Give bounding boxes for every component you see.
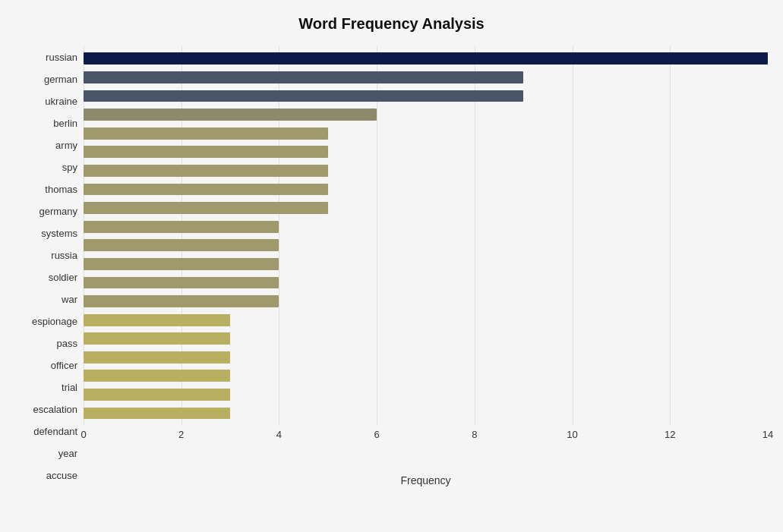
x-axis-label: Frequency [84, 474, 768, 486]
x-tick: 0 [81, 429, 86, 440]
y-label: ukraine [45, 96, 77, 106]
bar-row [84, 404, 768, 423]
y-label: army [55, 140, 77, 150]
bar-row [84, 199, 768, 218]
bar [84, 389, 230, 401]
x-tick: 14 [762, 429, 773, 440]
chart-area: russiangermanukraineberlinarmyspythomasg… [15, 46, 768, 486]
y-label: soldier [49, 272, 77, 282]
y-label: russian [46, 52, 77, 62]
y-label: german [44, 74, 77, 84]
bar [84, 90, 523, 102]
y-label: war [62, 294, 77, 304]
bar-row [84, 367, 768, 386]
bar-row [84, 105, 768, 124]
bar [84, 146, 328, 158]
x-tick: 10 [567, 429, 577, 440]
bar [84, 332, 230, 345]
bar-row [84, 143, 768, 162]
bar-row [84, 292, 768, 311]
y-label: systems [41, 228, 77, 238]
bar [84, 71, 523, 83]
y-label: espionage [32, 316, 77, 326]
x-axis-container: 02468101214 [84, 426, 768, 453]
bar [84, 408, 230, 420]
chart-title: Word Frequency Analysis [15, 15, 768, 33]
y-label: germany [39, 206, 77, 216]
bar [84, 52, 768, 65]
bar-row [84, 217, 768, 236]
bar-row [84, 68, 768, 87]
y-label: thomas [45, 184, 77, 194]
bar-row [84, 162, 768, 181]
bars-list [84, 46, 768, 426]
bar-row [84, 49, 768, 68]
y-label: trial [62, 382, 77, 392]
bar [84, 127, 328, 140]
bar [84, 239, 279, 251]
bar-row [84, 255, 768, 274]
y-label: spy [62, 162, 77, 172]
bar-row [84, 180, 768, 199]
bar [84, 109, 377, 121]
bar-row [84, 329, 768, 348]
bar [84, 370, 230, 382]
bar [84, 295, 279, 307]
bar [84, 277, 279, 289]
bar [84, 314, 230, 326]
bar-row [84, 348, 768, 367]
x-tick: 4 [276, 429, 282, 440]
y-label: berlin [53, 118, 77, 128]
bars-section: 02468101214 Frequency [84, 46, 768, 486]
x-tick: 12 [665, 429, 675, 440]
bar [84, 184, 328, 196]
x-tick: 6 [374, 429, 380, 440]
bar [84, 165, 328, 177]
bar-row [84, 124, 768, 143]
bar [84, 202, 328, 214]
chart-container: Word Frequency Analysis russiangermanukr… [0, 0, 783, 532]
bar [84, 221, 279, 233]
bar-row [84, 236, 768, 255]
bar-row [84, 87, 768, 105]
y-label: officer [51, 360, 77, 370]
bar [84, 351, 230, 364]
y-label: pass [57, 338, 77, 348]
bar-row [84, 273, 768, 292]
y-label: defendant [33, 427, 77, 436]
y-labels: russiangermanukraineberlinarmyspythomasg… [15, 46, 84, 486]
y-label: escalation [33, 405, 77, 414]
y-label: year [58, 449, 77, 458]
y-label: russia [51, 250, 77, 260]
bar [84, 258, 279, 270]
y-label: accuse [46, 471, 77, 480]
x-tick: 2 [178, 429, 184, 440]
bar-row [84, 386, 768, 405]
x-tick: 8 [472, 429, 477, 440]
bar-row [84, 310, 768, 329]
bars-wrapper [84, 46, 768, 426]
